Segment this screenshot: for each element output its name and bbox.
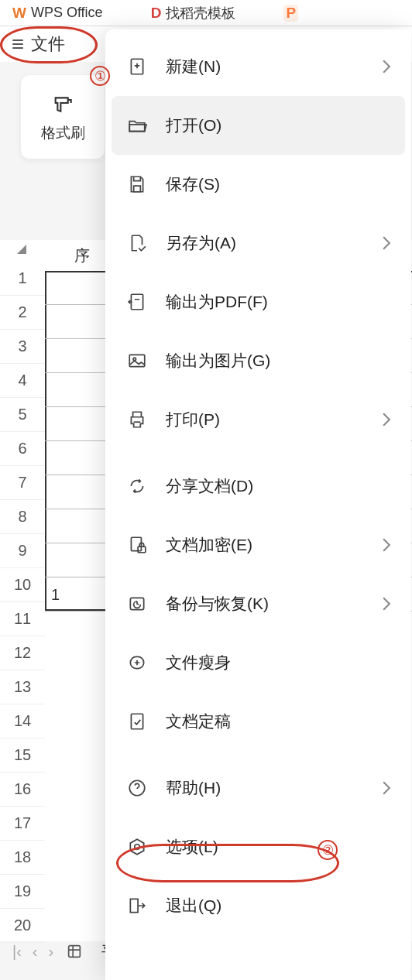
chevron-right-icon	[382, 538, 391, 552]
tab-docer[interactable]: D 找稻壳模板	[139, 0, 249, 26]
format-painter-label: 格式刷	[41, 123, 85, 143]
menu-label: 选项(L)	[166, 836, 391, 858]
save-as-icon	[125, 231, 149, 255]
image-export-icon	[125, 349, 149, 372]
file-menu-label: 文件	[31, 33, 65, 56]
settings-icon	[125, 835, 149, 858]
next-sheet-button[interactable]: ›	[49, 943, 54, 961]
row-header[interactable]: 13	[0, 670, 45, 704]
row-headers: 1 2 3 4 5 6 7 8 9 10 11 12 13 14 15 16 1…	[0, 262, 45, 943]
menu-label: 保存(S)	[166, 173, 391, 195]
file-slim-icon	[125, 651, 149, 674]
row-header[interactable]: 16	[0, 773, 45, 807]
svg-rect-2	[131, 294, 142, 310]
row-header[interactable]: 5	[0, 398, 45, 432]
menu-label: 另存为(A)	[166, 232, 382, 254]
row-header[interactable]: 19	[0, 875, 45, 909]
menu-item-new[interactable]: 新建(N)	[105, 37, 411, 96]
row-header[interactable]: 8	[0, 500, 45, 534]
lock-document-icon	[125, 533, 149, 557]
tab-wps-home[interactable]: W WPS Office	[0, 0, 115, 26]
menu-item-print[interactable]: 打印(P)	[105, 390, 411, 449]
chevron-right-icon	[382, 413, 391, 427]
exit-icon	[125, 894, 149, 917]
chevron-right-icon	[382, 60, 391, 74]
menu-item-options[interactable]: 选项(L)	[105, 817, 411, 876]
help-icon	[125, 776, 149, 800]
select-all-triangle[interactable]	[17, 245, 26, 254]
document-check-icon	[125, 710, 149, 733]
row-header[interactable]: 7	[0, 466, 45, 500]
svg-rect-9	[131, 714, 142, 729]
svg-marker-11	[130, 839, 143, 855]
row-header[interactable]: 4	[0, 364, 45, 398]
row-header[interactable]: 12	[0, 636, 45, 670]
file-menu-dropdown: 新建(N) 打开(O) 保存(S) 另存为(A) 输出为PDF(F) 输出为图片…	[105, 29, 411, 980]
menu-label: 打印(P)	[166, 409, 382, 430]
docer-logo-icon: D	[151, 5, 162, 22]
hamburger-icon	[12, 39, 23, 49]
row-header[interactable]: 14	[0, 704, 45, 738]
menu-item-export-pdf[interactable]: 输出为PDF(F)	[105, 272, 411, 331]
menu-label: 新建(N)	[166, 56, 382, 77]
menu-label: 退出(Q)	[166, 895, 391, 917]
row-header[interactable]: 2	[0, 296, 45, 330]
folder-open-icon	[125, 114, 149, 137]
menu-label: 帮助(H)	[166, 777, 382, 799]
menu-label: 备份与恢复(K)	[166, 593, 382, 615]
menu-item-file-slim[interactable]: 文件瘦身	[105, 633, 411, 692]
menu-item-save-as[interactable]: 另存为(A)	[105, 214, 411, 272]
backup-restore-icon	[125, 592, 149, 615]
menu-item-exit[interactable]: 退出(Q)	[105, 876, 411, 935]
new-file-icon	[125, 55, 149, 78]
menu-item-share[interactable]: 分享文档(D)	[105, 457, 411, 516]
wps-logo-icon: W	[12, 5, 26, 22]
pdf-export-icon	[125, 290, 149, 314]
sheet-list-icon[interactable]	[66, 943, 83, 960]
svg-point-12	[135, 845, 140, 850]
row-header[interactable]: 6	[0, 432, 45, 466]
svg-rect-0	[69, 946, 81, 958]
chevron-right-icon	[382, 597, 391, 611]
menu-label: 输出为PDF(F)	[166, 291, 391, 313]
svg-rect-3	[129, 355, 145, 366]
menu-label: 输出为图片(G)	[166, 350, 391, 372]
menu-item-open[interactable]: 打开(O)	[112, 96, 405, 155]
menu-label: 文档定稿	[166, 711, 391, 732]
format-painter-button[interactable]: 格式刷	[20, 74, 105, 159]
tab-label: 找稻壳模板	[166, 4, 235, 22]
share-icon	[125, 475, 149, 498]
row-header[interactable]: 10	[0, 568, 45, 602]
prev-sheet-button[interactable]: ‹	[33, 943, 38, 961]
tab-label: WPS Office	[31, 5, 103, 21]
chevron-right-icon	[382, 781, 391, 795]
save-icon	[125, 173, 149, 196]
ppt-logo-icon: P	[283, 5, 298, 22]
print-icon	[125, 408, 149, 431]
menu-item-save[interactable]: 保存(S)	[105, 155, 411, 214]
menu-label: 文件瘦身	[166, 652, 391, 673]
menu-label: 分享文档(D)	[166, 475, 391, 497]
first-sheet-button[interactable]: |‹	[12, 943, 22, 961]
menu-item-help[interactable]: 帮助(H)	[105, 759, 411, 817]
menu-item-export-image[interactable]: 输出为图片(G)	[105, 331, 411, 390]
cell-value: 1	[46, 586, 60, 603]
row-header[interactable]: 15	[0, 738, 45, 773]
menu-item-finalize[interactable]: 文档定稿	[105, 692, 411, 751]
chevron-right-icon	[382, 236, 391, 250]
row-header[interactable]: 1	[0, 262, 45, 296]
menu-label: 文档加密(E)	[166, 534, 382, 556]
row-header[interactable]: 9	[0, 534, 45, 568]
menu-label: 打开(O)	[166, 115, 391, 136]
file-menu-button[interactable]: 文件	[0, 29, 77, 59]
menu-item-backup[interactable]: 备份与恢复(K)	[105, 574, 411, 633]
row-header[interactable]: 18	[0, 841, 45, 875]
paintbrush-icon	[50, 91, 75, 115]
menu-item-encrypt[interactable]: 文档加密(E)	[105, 516, 411, 574]
tab-presentation[interactable]: P	[271, 0, 311, 26]
row-header[interactable]: 11	[0, 602, 45, 636]
row-header[interactable]: 17	[0, 807, 45, 841]
row-header[interactable]: 3	[0, 330, 45, 364]
column-header[interactable]: 序	[45, 240, 90, 271]
title-bar-tabs: W WPS Office D 找稻壳模板 P	[0, 0, 412, 26]
